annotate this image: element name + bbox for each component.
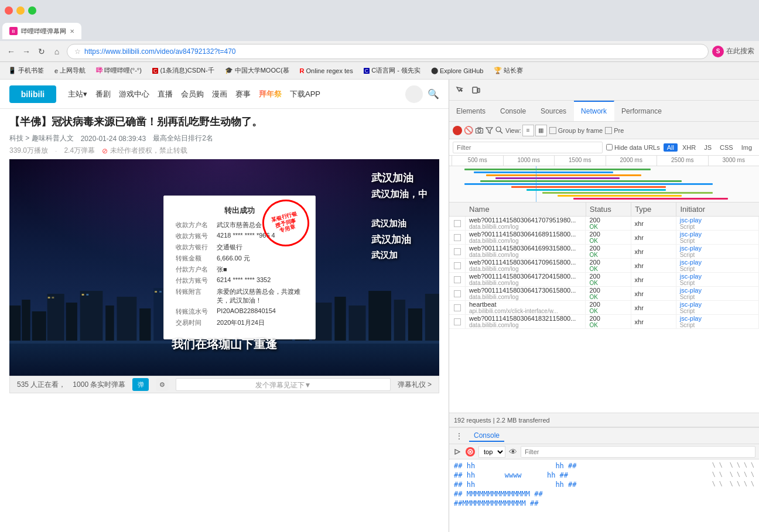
group-by-frame-checkmark xyxy=(549,127,556,134)
devtools-panel: Elements Console Sources Network Perform… xyxy=(449,80,759,532)
nav-manga[interactable]: 漫画 xyxy=(212,89,227,99)
danmu-gift-button[interactable]: 弹幕礼仪 > xyxy=(398,380,432,390)
filter-css[interactable]: CSS xyxy=(716,143,737,152)
tab-performance[interactable]: Performance xyxy=(614,101,669,121)
list-view-button[interactable]: ≡ xyxy=(522,125,534,136)
tab-close-button[interactable]: ✕ xyxy=(70,28,74,35)
video-container[interactable]: 武汉加油 武汉加油，中 武汉加油 武汉加油 武汉加 转出成功 某银行行银授予同事… xyxy=(9,159,439,376)
filter-js[interactable]: JS xyxy=(700,143,715,152)
context-selector[interactable]: top xyxy=(478,446,505,458)
header-type[interactable]: Type xyxy=(631,202,676,216)
tab-console[interactable]: Console xyxy=(493,101,534,121)
console-panel: ⋮ Console top xyxy=(449,427,759,532)
bookmark-nav[interactable]: e 上网导航 xyxy=(51,65,89,76)
nav-home[interactable]: 主站▾ xyxy=(68,89,87,99)
mark-2000: 2000 ms xyxy=(606,156,657,166)
video-subtitle: 我们在珞珈山下重逢 xyxy=(172,337,277,352)
table-row[interactable]: web?001114158030641689115800... data.bil… xyxy=(449,231,759,245)
filter-xhr[interactable]: XHR xyxy=(679,143,699,152)
table-row[interactable]: web?001114158030641707951980... data.bil… xyxy=(449,217,759,231)
svg-rect-24 xyxy=(48,297,50,298)
forward-button[interactable]: → xyxy=(20,45,33,58)
refresh-button[interactable]: ↻ xyxy=(35,45,48,58)
bookmark-icon: C xyxy=(152,68,159,74)
breadcrumb[interactable]: 科技 > 趣味科普人文 xyxy=(9,133,74,143)
table-row[interactable]: web?001114158030641832115800... data.bil… xyxy=(449,315,759,329)
tab-sources[interactable]: Sources xyxy=(534,101,574,121)
bookmark-station[interactable]: 🏆 站长赛 xyxy=(490,65,526,76)
table-row[interactable]: web?001114158030641709615800... data.bil… xyxy=(449,259,759,273)
bookmark-clang[interactable]: C C语言网 - 领先实 xyxy=(360,65,424,76)
console-execute-icon[interactable] xyxy=(453,447,462,457)
minimize-button[interactable] xyxy=(16,6,25,15)
preserve-log-checkbox[interactable]: Pre xyxy=(605,127,624,134)
bookmark-bilibili[interactable]: 哔 哔哩哔哩(°-°) xyxy=(93,65,145,76)
camera-button[interactable] xyxy=(475,126,483,135)
address-bar: ← → ↻ ⌂ ☆ https://www.bilibili.com/video… xyxy=(0,41,759,62)
back-button[interactable]: ← xyxy=(5,45,18,58)
tab-elements[interactable]: Elements xyxy=(449,101,493,121)
close-button[interactable] xyxy=(5,6,13,15)
bookmark-github[interactable]: ⬤ Explore GitHub xyxy=(428,66,487,75)
bookmark-mobile[interactable]: 📱 手机书签 xyxy=(5,65,47,76)
nav-drama[interactable]: 番剧 xyxy=(95,89,111,99)
table-row[interactable]: heartbeat api.bilibili.com/x/click-inter… xyxy=(449,301,759,315)
extension-icons: S 在此搜索 xyxy=(712,46,754,57)
send-danmu-input[interactable]: 发个弹幕见证下▼ xyxy=(176,378,390,391)
table-row[interactable]: web?001114158030641720415800... data.bil… xyxy=(449,273,759,287)
nav-download[interactable]: 下载APP xyxy=(290,89,320,99)
tab-network[interactable]: Network xyxy=(574,101,614,121)
nav-game[interactable]: 游戏中心 xyxy=(119,89,149,99)
filter-img[interactable]: Img xyxy=(738,143,755,152)
network-timeline: 500 ms 1000 ms 1500 ms 2000 ms 2500 ms 3… xyxy=(449,156,759,202)
danmu-toggle-button[interactable]: 弹 xyxy=(132,378,149,391)
group-by-frame-checkbox[interactable]: Group by frame xyxy=(549,127,603,134)
filter-icon[interactable] xyxy=(486,126,493,134)
table-row[interactable]: web?001114158030641699315800... data.bil… xyxy=(449,245,759,259)
record-button[interactable] xyxy=(453,126,462,135)
danmu-settings-button[interactable]: ⚙ xyxy=(156,378,169,391)
console-error-icon[interactable] xyxy=(466,447,475,457)
maximize-button[interactable] xyxy=(28,6,36,15)
title-bar xyxy=(0,0,759,21)
svg-rect-29 xyxy=(159,291,162,293)
nav-live[interactable]: 直播 xyxy=(158,89,173,99)
svg-rect-23 xyxy=(425,294,439,341)
filter-all[interactable]: All xyxy=(664,143,678,152)
search-button[interactable]: 🔍 xyxy=(428,88,439,99)
hide-data-urls-option[interactable]: Hide data URLs xyxy=(606,144,660,151)
bookmark-csdn[interactable]: C (1条消息)CSDN-千 xyxy=(149,65,218,76)
filter-input[interactable] xyxy=(453,142,603,153)
mark-2500: 2500 ms xyxy=(657,156,708,166)
bilibili-logo[interactable]: bilibili xyxy=(9,85,56,103)
header-status[interactable]: Status xyxy=(586,202,631,216)
video-background: 武汉加油 武汉加油，中 武汉加油 武汉加油 武汉加 转出成功 某银行行银授予同事… xyxy=(9,159,439,376)
hide-data-urls-checkbox[interactable] xyxy=(606,144,613,150)
device-toolbar-button[interactable] xyxy=(469,83,483,97)
transfer-row-9: 交易时间 2020年01月24日 xyxy=(176,318,303,327)
browser-tab[interactable]: B 哔哩哔哩弹幕网 ✕ xyxy=(2,23,81,39)
console-tab[interactable]: Console xyxy=(469,430,504,442)
table-row[interactable]: web?001114158030641730615800... data.bil… xyxy=(449,287,759,301)
avatar[interactable] xyxy=(405,85,423,103)
bookmark-icon: C xyxy=(364,68,370,74)
extension-icon-1[interactable]: S xyxy=(712,46,724,57)
inspect-element-button[interactable] xyxy=(453,83,467,97)
bookmark-regex[interactable]: R Online regex tes xyxy=(296,66,357,75)
console-filter-input[interactable] xyxy=(521,446,755,458)
home-button[interactable]: ⌂ xyxy=(50,45,63,58)
nav-special[interactable]: 拜年祭 xyxy=(259,89,282,99)
nav-events[interactable]: 赛事 xyxy=(235,89,251,99)
header-initiator[interactable]: Initiator xyxy=(676,202,759,216)
transfer-row-5: 付款方户名 张■ xyxy=(176,265,303,274)
svg-rect-3 xyxy=(47,294,64,341)
bookmark-mooc[interactable]: 🎓 中国大学MOOC(慕 xyxy=(221,65,293,76)
header-name[interactable]: Name xyxy=(466,202,586,216)
grid-view-button[interactable]: ▦ xyxy=(535,125,547,136)
nav-vip[interactable]: 会员购 xyxy=(181,89,204,99)
search-icon[interactable] xyxy=(495,126,503,134)
eye-icon[interactable]: 👁 xyxy=(509,447,517,457)
console-menu-icon[interactable]: ⋮ xyxy=(453,430,466,442)
url-bar[interactable]: ☆ https://www.bilibili.com/video/av84792… xyxy=(67,44,709,59)
clear-button[interactable]: 🚫 xyxy=(464,126,473,135)
